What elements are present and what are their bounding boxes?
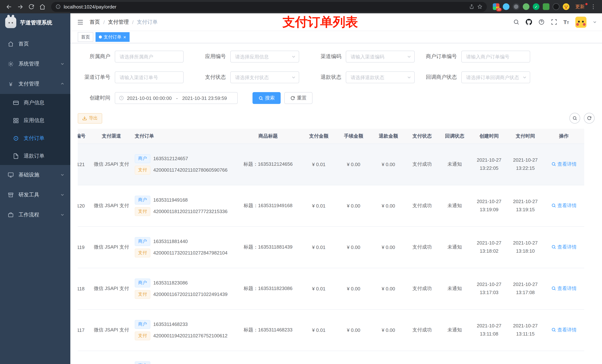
sidebar-item-dev-tools[interactable]: 研发工具 bbox=[0, 185, 70, 205]
sidebar-item-label: 支付订单 bbox=[24, 135, 44, 142]
pay-status-input[interactable] bbox=[230, 71, 299, 83]
refund-status-select[interactable] bbox=[346, 71, 415, 83]
cell-id: 118 bbox=[78, 268, 92, 309]
target-icon bbox=[13, 135, 19, 142]
extension-check-icon[interactable]: ✓ bbox=[533, 3, 539, 10]
app-navbar: 首页 支付管理 支付订单 支付订单列表 bbox=[70, 13, 602, 31]
notify-status-select[interactable] bbox=[461, 71, 530, 83]
update-red-dot bbox=[585, 3, 588, 5]
chevron-down-icon bbox=[291, 75, 296, 80]
search-icon bbox=[551, 162, 556, 167]
annotation-title: 支付订单列表 bbox=[282, 13, 358, 31]
view-detail-link[interactable]: 查看详情 bbox=[551, 244, 577, 250]
browser-refresh-button[interactable] bbox=[26, 1, 36, 12]
extension-chat-icon[interactable] bbox=[543, 3, 549, 10]
sidebar-toggle-button[interactable] bbox=[75, 17, 85, 27]
sidebar-item-infra[interactable]: 基础设施 bbox=[0, 165, 70, 185]
toggle-search-button[interactable] bbox=[570, 113, 580, 124]
merchant-order-no: 1635311468233 bbox=[153, 322, 188, 327]
app-select-input[interactable] bbox=[230, 51, 299, 62]
channel-code-select[interactable] bbox=[346, 51, 415, 62]
breadcrumb-current: 支付订单 bbox=[137, 19, 158, 25]
browser-menu-icon[interactable]: ⋮ bbox=[588, 3, 598, 10]
sidebar-item-workflow[interactable]: 工作流程 bbox=[0, 205, 70, 225]
sidebar-item-merchant-info[interactable]: 商户信息 bbox=[0, 94, 70, 112]
fullscreen-icon[interactable] bbox=[551, 19, 557, 25]
extension-pin-icon[interactable] bbox=[553, 3, 559, 10]
cell-title: 标题：1635311949168 bbox=[235, 185, 301, 226]
sidebar-item-app-info[interactable]: 应用信息 bbox=[0, 112, 70, 129]
reset-button[interactable]: 重置 bbox=[284, 92, 312, 104]
cell-create-time: 2021-10-2713:18:02 bbox=[471, 226, 507, 268]
extension-drop-icon[interactable] bbox=[503, 3, 509, 10]
browser-forward-button[interactable] bbox=[15, 1, 25, 12]
sidebar-item-pay[interactable]: ¥ 支付管理 bbox=[0, 74, 70, 94]
breadcrumb-pay-manage[interactable]: 支付管理 bbox=[108, 19, 129, 25]
create-time-range-picker[interactable]: 2021-10-01 00:00:00 - 2021-10-31 23:59:5… bbox=[115, 92, 238, 104]
sidebar-item-pay-order[interactable]: 支付订单 bbox=[0, 129, 70, 147]
merchant-order-no-input[interactable] bbox=[461, 51, 530, 62]
cell-title: 标题：1635312124656 bbox=[235, 144, 301, 185]
search-button-label: 搜索 bbox=[265, 95, 275, 101]
browser-back-button[interactable] bbox=[4, 1, 14, 12]
cell-notify-status: 未通知 bbox=[438, 144, 471, 185]
merchant-input[interactable] bbox=[115, 51, 184, 62]
cell-pay-amount: ¥ 0.01 bbox=[301, 185, 336, 226]
extension-puzzle-icon[interactable]: 10 bbox=[493, 3, 499, 10]
header-notify-status: 回调状态 bbox=[438, 129, 471, 144]
channel-code-input[interactable] bbox=[346, 51, 415, 62]
range-start-value: 2021-10-01 00:00:00 bbox=[127, 95, 172, 101]
cell-channel: 微信 JSAPI 支付 bbox=[92, 226, 131, 268]
help-icon[interactable] bbox=[538, 19, 544, 25]
notify-status-input[interactable] bbox=[461, 71, 530, 83]
pay-status-select[interactable] bbox=[230, 71, 299, 83]
logo[interactable]: 芋道管理系统 bbox=[0, 13, 70, 32]
filter-row-3: 创建时间 2021-10-01 00:00:00 - 2021-10-31 23… bbox=[78, 92, 595, 104]
address-bar[interactable]: localhost:1024/pay/order bbox=[51, 2, 487, 12]
profile-avatar-icon[interactable] bbox=[563, 3, 570, 10]
cell-pay-amount: ¥ 0.01 bbox=[301, 144, 336, 185]
browser-update-button[interactable]: 更新 bbox=[572, 2, 588, 11]
app-select[interactable] bbox=[230, 51, 299, 62]
extension-cluster: 10 ✓ bbox=[491, 3, 572, 10]
back-arrow-icon bbox=[6, 3, 12, 10]
view-detail-link[interactable]: 查看详情 bbox=[551, 285, 577, 292]
channel-order-no-input[interactable] bbox=[115, 71, 184, 83]
header-fee-amount: 手续金额 bbox=[336, 129, 371, 144]
sidebar-item-system[interactable]: 系统管理 bbox=[0, 54, 70, 74]
extension-ring-icon[interactable] bbox=[513, 3, 519, 10]
breadcrumb-home[interactable]: 首页 bbox=[90, 19, 100, 25]
refresh-icon bbox=[290, 96, 295, 100]
extension-green-icon[interactable] bbox=[523, 3, 529, 10]
view-detail-link[interactable]: 查看详情 bbox=[551, 161, 577, 167]
header-order: 支付订单 bbox=[131, 129, 235, 144]
merchant-order-no: 1635311949168 bbox=[153, 197, 188, 203]
cell-pay-time: 2021-10-2713:19:15 bbox=[507, 185, 544, 226]
chevron-down-icon[interactable] bbox=[593, 20, 597, 24]
search-icon[interactable] bbox=[513, 19, 519, 25]
logo-avatar-icon bbox=[5, 17, 16, 28]
view-detail-link[interactable]: 查看详情 bbox=[551, 202, 577, 209]
site-info-icon[interactable] bbox=[55, 4, 61, 9]
cell-actions: 查看详情 bbox=[544, 309, 584, 351]
sidebar-item-label: 系统管理 bbox=[19, 61, 39, 67]
avatar[interactable] bbox=[575, 16, 586, 28]
font-size-icon[interactable]: TT bbox=[563, 19, 569, 25]
cell-channel: 微信 JSAPI 支付 bbox=[92, 309, 131, 351]
github-icon[interactable] bbox=[526, 19, 532, 25]
merchant-tag: 商户 bbox=[135, 361, 150, 364]
export-button[interactable]: 导出 bbox=[78, 113, 102, 123]
view-detail-link[interactable]: 查看详情 bbox=[551, 327, 577, 333]
tab-pay-order[interactable]: 支付订单 × bbox=[96, 32, 129, 42]
sidebar-item-label: 基础设施 bbox=[19, 172, 39, 178]
close-icon[interactable]: × bbox=[123, 35, 126, 39]
sidebar-item-home[interactable]: 首页 bbox=[0, 34, 70, 54]
browser-home-button[interactable] bbox=[37, 1, 47, 12]
share-icon[interactable] bbox=[469, 4, 474, 9]
search-button[interactable]: 搜索 bbox=[252, 92, 281, 104]
refresh-table-button[interactable] bbox=[584, 113, 595, 124]
refund-status-input[interactable] bbox=[346, 71, 415, 83]
tab-home[interactable]: 首页 bbox=[78, 32, 93, 42]
sidebar-item-refund-order[interactable]: 退款订单 bbox=[0, 147, 70, 165]
bookmark-star-icon[interactable] bbox=[477, 4, 483, 9]
